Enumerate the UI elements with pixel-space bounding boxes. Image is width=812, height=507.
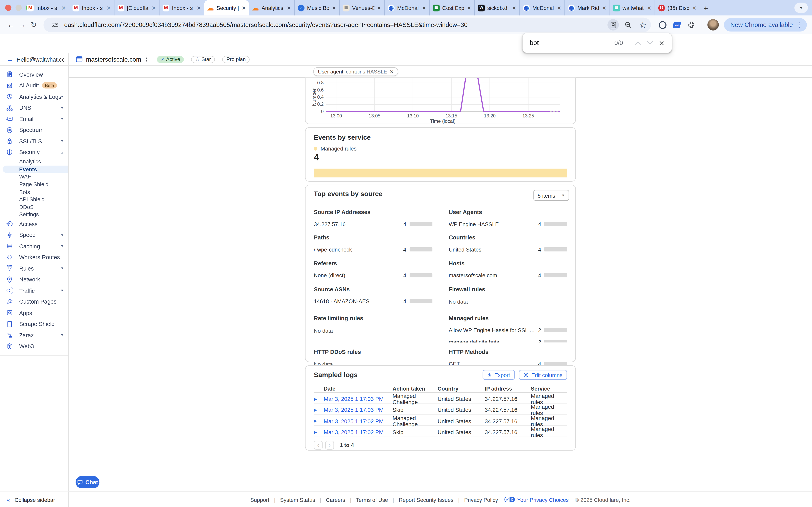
extensions-puzzle-icon[interactable] bbox=[686, 19, 697, 31]
items-count-select[interactable]: 5 items ▼ bbox=[534, 190, 569, 201]
browser-tab[interactable]: ◉ McDonal ✕ bbox=[519, 0, 564, 15]
back-arrow-icon[interactable]: ← bbox=[7, 56, 13, 63]
browser-tab[interactable]: W sickdb.d ✕ bbox=[474, 0, 519, 15]
find-next-icon[interactable] bbox=[647, 41, 653, 45]
tab-close-icon[interactable]: ✕ bbox=[61, 5, 66, 11]
source-row[interactable]: 14618 - AMAZON-AES 4 bbox=[314, 298, 432, 304]
filter-chip[interactable]: User agent contains HASSLE ✕ bbox=[313, 67, 398, 76]
footer-link[interactable]: System Status bbox=[269, 496, 315, 502]
tab-close-icon[interactable]: ✕ bbox=[242, 5, 246, 11]
browser-tab[interactable]: ☁ Analytics ✕ bbox=[249, 0, 294, 15]
service-distribution-bar[interactable] bbox=[314, 169, 567, 177]
source-row[interactable]: mastersofscale.com 4 bbox=[449, 272, 567, 278]
url-text[interactable]: dash.cloudflare.com/72e0e0d9cf034b399274… bbox=[64, 21, 603, 29]
sidebar-item[interactable]: Analytics & Logs bbox=[0, 91, 68, 102]
tab-close-icon[interactable]: ✕ bbox=[512, 5, 516, 11]
footer-link[interactable]: Privacy Policy bbox=[453, 496, 498, 502]
browser-menu-icon[interactable]: ⋮ bbox=[797, 21, 803, 29]
sidebar-item[interactable]: Access bbox=[0, 218, 68, 229]
events-line-chart[interactable]: 00.20.40.60.813:0013:0513:1013:1513:2013… bbox=[305, 78, 575, 124]
sidebar-item[interactable]: Events bbox=[3, 165, 68, 173]
find-in-page-icon[interactable] bbox=[608, 19, 619, 31]
expand-row-icon[interactable]: ▶ bbox=[314, 419, 324, 424]
browser-tab[interactable]: ♪ Music Bo ✕ bbox=[294, 0, 339, 15]
minimize-window-button[interactable] bbox=[15, 5, 21, 11]
browser-tab[interactable]: ▦ Venues-E ✕ bbox=[339, 0, 384, 15]
tab-close-icon[interactable]: ✕ bbox=[332, 5, 336, 11]
sidebar-item[interactable]: Page Shield bbox=[0, 180, 68, 188]
new-chrome-button[interactable]: New Chrome available ⋮ bbox=[724, 18, 807, 32]
log-date-link[interactable]: Mar 3, 2025 1:17:02 PM bbox=[324, 418, 393, 424]
sidebar-item[interactable]: Apps bbox=[0, 307, 68, 318]
find-query[interactable]: bot bbox=[530, 40, 609, 47]
tab-close-icon[interactable]: ✕ bbox=[151, 5, 156, 11]
tab-close-icon[interactable]: ✕ bbox=[647, 5, 651, 11]
browser-tab[interactable]: M Inbox - s ✕ bbox=[69, 0, 114, 15]
sidebar-item[interactable]: DNS bbox=[0, 102, 68, 113]
browser-tab[interactable]: M Inbox - s ✕ bbox=[159, 0, 204, 15]
tab-close-icon[interactable]: ✕ bbox=[422, 5, 426, 11]
sidebar-item[interactable]: Web3 bbox=[0, 341, 68, 352]
account-switcher[interactable]: ← Hello@waitwhat.co... bbox=[0, 53, 69, 65]
forward-icon[interactable]: → bbox=[17, 20, 28, 29]
sidebar-item[interactable]: API Shield bbox=[0, 195, 68, 203]
log-date-link[interactable]: Mar 3, 2025 1:17:03 PM bbox=[324, 407, 393, 413]
sidebar-item[interactable]: Email bbox=[0, 113, 68, 124]
source-row[interactable]: WP Engine HASSLE 4 bbox=[449, 221, 567, 227]
sidebar-item[interactable]: Custom Pages bbox=[0, 296, 68, 307]
zone-switcher-icon[interactable]: ▲▼ bbox=[145, 57, 148, 61]
plan-badge[interactable]: Pro plan bbox=[222, 56, 250, 63]
source-row[interactable]: Allow WP Engine Hassle for SSL Cert Rene… bbox=[449, 327, 567, 333]
new-tab-button[interactable]: + bbox=[700, 0, 712, 15]
log-date-link[interactable]: Mar 3, 2025 1:17:02 PM bbox=[324, 429, 393, 435]
browser-tab[interactable]: M [Cloudfla ✕ bbox=[114, 0, 159, 15]
sidebar-item[interactable]: DDoS bbox=[0, 203, 68, 211]
tab-close-icon[interactable]: ✕ bbox=[106, 5, 111, 11]
browser-tab[interactable]: ◉ Mark Rid ✕ bbox=[564, 0, 609, 15]
sidebar-item[interactable]: Traffic bbox=[0, 285, 68, 296]
footer-link[interactable]: Report Security Issues bbox=[388, 496, 453, 502]
source-row[interactable]: manage definite bots 2 bbox=[449, 339, 567, 342]
browser-tab[interactable]: ◉ McDonal ✕ bbox=[384, 0, 429, 15]
sidebar-item[interactable]: Settings bbox=[0, 211, 68, 218]
back-icon[interactable]: ← bbox=[5, 20, 16, 29]
profile-avatar[interactable] bbox=[708, 19, 719, 31]
sidebar-item[interactable]: SSL/TLS bbox=[0, 135, 68, 147]
previous-page-button[interactable]: ‹ bbox=[314, 441, 322, 449]
sidebar-item[interactable]: Analytics bbox=[0, 158, 68, 165]
source-row[interactable]: 34.227.57.16 4 bbox=[314, 221, 432, 227]
tab-close-icon[interactable]: ✕ bbox=[377, 5, 381, 11]
tab-close-icon[interactable]: ✕ bbox=[287, 5, 291, 11]
expand-row-icon[interactable]: ▶ bbox=[314, 430, 324, 435]
onepassword-extension-icon[interactable] bbox=[657, 19, 668, 31]
bookmark-star-icon[interactable]: ☆ bbox=[638, 19, 648, 30]
sidebar-item[interactable]: Speed bbox=[0, 229, 68, 240]
tab-close-icon[interactable]: ✕ bbox=[692, 5, 697, 11]
browser-tab[interactable]: ☁ Security | ✕ bbox=[204, 0, 249, 15]
footer-link[interactable]: Terms of Use bbox=[345, 496, 388, 502]
site-settings-icon[interactable] bbox=[50, 19, 60, 30]
sidebar-item[interactable]: Caching bbox=[0, 240, 68, 251]
next-page-button[interactable]: › bbox=[325, 441, 334, 449]
sidebar-item[interactable]: Workers Routes bbox=[0, 251, 68, 263]
waitwhat-extension-icon[interactable]: WW bbox=[671, 19, 682, 31]
collapse-sidebar-button[interactable]: « Collapse sidebar bbox=[0, 492, 69, 507]
expand-row-icon[interactable]: ▶ bbox=[314, 396, 324, 401]
reload-icon[interactable]: ↻ bbox=[28, 20, 39, 29]
source-row[interactable]: None (direct) 4 bbox=[314, 272, 432, 278]
tab-close-icon[interactable]: ✕ bbox=[602, 5, 606, 11]
find-previous-icon[interactable] bbox=[635, 41, 641, 45]
sidebar-item[interactable]: Network bbox=[0, 274, 68, 285]
browser-tab[interactable]: 35 (35) Disc ✕ bbox=[655, 0, 700, 15]
tab-close-icon[interactable]: ✕ bbox=[557, 5, 561, 11]
export-button[interactable]: Export bbox=[482, 370, 515, 380]
browser-tab[interactable]: ▦ Cost Exp ✕ bbox=[429, 0, 474, 15]
sidebar-item[interactable]: WAF bbox=[0, 173, 68, 180]
tab-close-icon[interactable]: ✕ bbox=[467, 5, 471, 11]
footer-link[interactable]: Careers bbox=[315, 496, 345, 502]
sidebar-item[interactable]: Overview bbox=[0, 69, 68, 80]
log-date-link[interactable]: Mar 3, 2025 1:17:03 PM bbox=[324, 396, 393, 402]
address-bar[interactable]: dash.cloudflare.com/72e0e0d9cf034b399274… bbox=[43, 18, 651, 32]
browser-tab[interactable]: M Inbox - s ✕ bbox=[24, 0, 69, 15]
edit-columns-button[interactable]: Edit columns bbox=[519, 370, 567, 380]
